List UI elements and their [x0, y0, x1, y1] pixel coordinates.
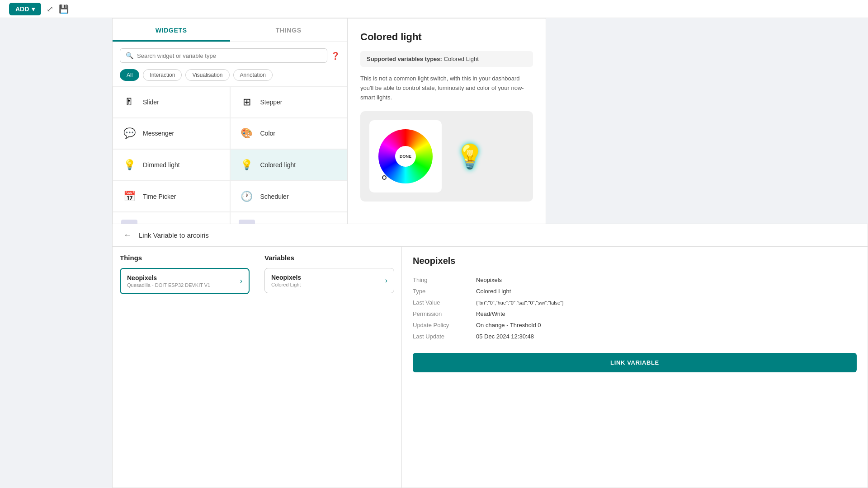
variable-chevron-icon: ›: [385, 277, 387, 285]
widget-item-stepper[interactable]: ⊞ Stepper: [230, 86, 348, 118]
thing-chevron-icon: ›: [240, 277, 242, 285]
search-input[interactable]: [137, 52, 321, 59]
thing-item-neopixels[interactable]: Neopixels Quesadilla - DOIT ESP32 DEVKIT…: [120, 268, 250, 294]
widget-item-scheduler[interactable]: 🕐 Scheduler: [230, 181, 348, 212]
label-permission: Permission: [413, 308, 476, 319]
variable-details: Neopixels Colored Light: [271, 274, 301, 287]
supported-label: Supported variables types:: [367, 56, 442, 62]
thing-subtitle: Quesadilla - DOIT ESP32 DEVKIT V1: [127, 282, 210, 288]
table-row: Update Policy On change - Threshold 0: [413, 319, 857, 331]
variable-name: Neopixels: [271, 274, 301, 281]
thing-details: Neopixels Quesadilla - DOIT ESP32 DEVKIT…: [127, 274, 210, 288]
search-box: 🔍: [120, 48, 327, 63]
help-icon[interactable]: ❓: [331, 52, 340, 60]
dimmed-light-icon: 💡: [121, 157, 137, 173]
color-icon: 🎨: [239, 125, 255, 141]
add-button[interactable]: ADD ▾: [9, 3, 41, 15]
thing-name: Neopixels: [127, 274, 210, 282]
label-last-value: Last Value: [413, 297, 476, 308]
table-row: Last Update 05 Dec 2024 12:30:48: [413, 331, 857, 342]
filter-visualisation[interactable]: Visualisation: [185, 69, 229, 81]
things-col-title: Things: [120, 254, 250, 262]
save-icon[interactable]: 💾: [59, 4, 69, 14]
table-row: Permission Read/Write: [413, 308, 857, 319]
widget-list: WIDGETS THINGS 🔍 ❓ All Interaction Visua…: [113, 19, 348, 244]
widget-item-slider[interactable]: 🎚 Slider: [113, 86, 230, 118]
scheduler-icon: 🕐: [239, 188, 255, 205]
table-row: Last Value {"bri":"0","hue":"0","sat":"0…: [413, 297, 857, 308]
filter-annotation[interactable]: Annotation: [233, 69, 273, 81]
light-bulb-preview: 💡: [455, 143, 485, 170]
widget-grid: 🎚 Slider ⊞ Stepper 💬 Messenger 🎨 Color 💡…: [113, 86, 347, 244]
value-type: Colored Light: [476, 286, 857, 297]
slider-label: Slider: [143, 99, 159, 106]
widget-item-colored-light[interactable]: 💡 Colored light: [230, 149, 348, 181]
detail-panel: Colored light Supported variables types:…: [348, 19, 546, 244]
label-type: Type: [413, 286, 476, 297]
table-row: Type Colored Light: [413, 286, 857, 297]
link-header: ← Link Variable to arcoiris: [113, 224, 868, 247]
table-row: Thing Neopixels: [413, 274, 857, 286]
label-update-policy: Update Policy: [413, 319, 476, 331]
color-wheel-wrapper: DONE: [369, 120, 442, 192]
color-label: Color: [260, 130, 275, 137]
colored-light-icon: 💡: [239, 157, 255, 173]
widget-item-time-picker[interactable]: 📅 Time Picker: [113, 181, 230, 212]
link-variable-panel: ← Link Variable to arcoiris Things Neopi…: [112, 224, 868, 488]
link-title: Link Variable to arcoiris: [139, 231, 209, 239]
widget-item-messenger[interactable]: 💬 Messenger: [113, 118, 230, 150]
time-picker-icon: 📅: [121, 188, 137, 205]
scheduler-label: Scheduler: [260, 193, 289, 200]
variables-col-title: Variables: [264, 254, 394, 262]
top-bar: ADD ▾ ⤢ 💾: [0, 0, 868, 18]
label-thing: Thing: [413, 274, 476, 286]
widget-item-color[interactable]: 🎨 Color: [230, 118, 348, 150]
stepper-icon: ⊞: [239, 94, 255, 110]
color-wheel[interactable]: DONE: [378, 129, 433, 183]
variable-item-neopixels[interactable]: Neopixels Colored Light ›: [264, 268, 394, 293]
search-icon: 🔍: [126, 52, 133, 59]
add-dropdown-arrow: ▾: [32, 5, 35, 13]
messenger-label: Messenger: [143, 130, 174, 137]
stepper-label: Stepper: [260, 99, 283, 106]
teal-bulb-icon: 💡: [455, 143, 485, 170]
add-label: ADD: [15, 5, 29, 13]
search-row: 🔍 ❓: [113, 42, 347, 69]
done-button[interactable]: DONE: [395, 146, 416, 167]
slider-icon: 🎚: [121, 94, 137, 110]
supported-vars: Supported variables types: Colored Light: [360, 51, 533, 67]
variables-column: Variables Neopixels Colored Light ›: [257, 247, 402, 488]
move-icon[interactable]: ⤢: [47, 4, 53, 14]
widget-item-dimmed-light[interactable]: 💡 Dimmed light: [113, 149, 230, 181]
dimmed-light-label: Dimmed light: [143, 161, 180, 169]
value-last-update: 05 Dec 2024 12:30:48: [476, 331, 857, 342]
label-last-update: Last Update: [413, 331, 476, 342]
tab-widgets[interactable]: WIDGETS: [113, 19, 230, 42]
back-button[interactable]: ←: [123, 230, 132, 240]
filter-row: All Interaction Visualisation Annotation: [113, 69, 347, 86]
detail-title: Colored light: [360, 31, 533, 43]
link-variable-button[interactable]: LINK VARIABLE: [413, 353, 857, 372]
supported-value: Colored Light: [444, 56, 479, 62]
value-last-value: {"bri":"0","hue":"0","sat":"0","swi":"fa…: [476, 297, 857, 308]
value-thing: Neopixels: [476, 274, 857, 286]
link-body: Things Neopixels Quesadilla - DOIT ESP32…: [113, 247, 868, 488]
neopixels-info-title: Neopixels: [413, 256, 857, 266]
preview-box: DONE 💡: [360, 111, 533, 202]
messenger-icon: 💬: [121, 125, 137, 141]
filter-interaction[interactable]: Interaction: [143, 69, 182, 81]
value-permission: Read/Write: [476, 308, 857, 319]
main-panel: WIDGETS THINGS 🔍 ❓ All Interaction Visua…: [112, 18, 546, 244]
neopixels-info-panel: Neopixels Thing Neopixels Type Colored L…: [402, 247, 868, 488]
colored-light-label: Colored light: [260, 161, 296, 169]
filter-all[interactable]: All: [120, 69, 139, 81]
tab-things[interactable]: THINGS: [230, 19, 348, 42]
time-picker-label: Time Picker: [143, 193, 176, 200]
things-column: Things Neopixels Quesadilla - DOIT ESP32…: [113, 247, 257, 488]
wheel-pointer: [382, 175, 387, 180]
info-table: Thing Neopixels Type Colored Light Last …: [413, 274, 857, 342]
value-update-policy: On change - Threshold 0: [476, 319, 857, 331]
tabs-row: WIDGETS THINGS: [113, 19, 347, 42]
detail-description: This is not a common light switch, with …: [360, 74, 533, 102]
variable-type: Colored Light: [271, 282, 301, 287]
